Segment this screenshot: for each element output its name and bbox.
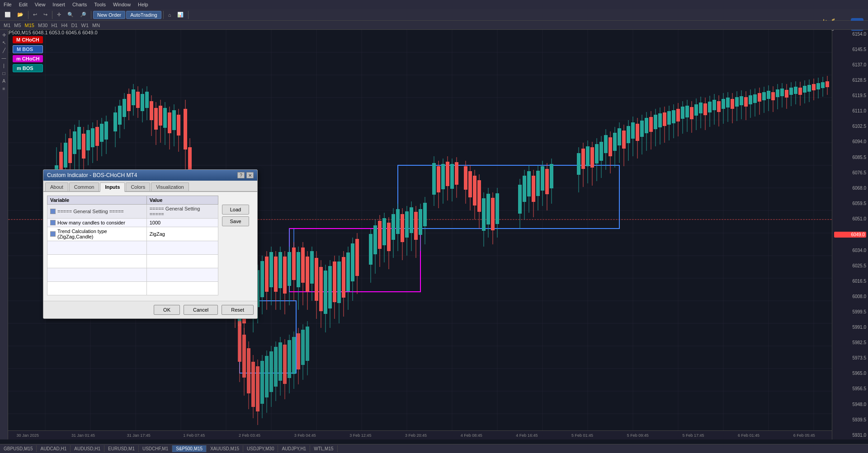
dialog-title-bar: Custom Indicator - BOS-CHoCH MT4 ? ✕ [43, 170, 257, 181]
trend-value-cell[interactable]: ZigZag [146, 227, 218, 241]
dialog-tabs: About Common Inputs Colors Visualization [43, 181, 257, 192]
load-button[interactable]: Load [222, 205, 249, 215]
content-layout: Variable Value ===== General Sett [47, 196, 254, 297]
dialog-footer: OK Cancel Reset [43, 301, 257, 318]
inputs-table: Variable Value ===== General Sett [47, 196, 218, 295]
section-variable-cell: ===== General Setting ===== [47, 205, 147, 219]
tab-common[interactable]: Common [69, 182, 99, 191]
section-value-cell: ===== General Setting ===== [146, 205, 218, 219]
table-row-empty [47, 255, 218, 268]
dialog-controls: ? ✕ [237, 172, 254, 178]
indicator-dialog: Custom Indicator - BOS-CHoCH MT4 ? ✕ Abo… [43, 169, 258, 319]
table-row: ===== General Setting ===== ===== Genera… [47, 205, 218, 219]
col-variable: Variable [47, 196, 147, 205]
candles-variable-text: How many candles to consider [57, 220, 125, 225]
table-wrap: Variable Value ===== General Sett [47, 196, 218, 297]
dialog-help-btn[interactable]: ? [237, 172, 245, 178]
candles-variable-cell: How many candles to consider [47, 219, 147, 227]
row-icon-candles [50, 220, 56, 225]
side-panel: Load Save [222, 196, 254, 297]
dialog-overlay: Custom Indicator - BOS-CHoCH MT4 ? ✕ Abo… [0, 0, 868, 453]
table-row-empty [47, 268, 218, 282]
trend-variable-cell: Trend Calculation type (ZigZag,Candle) [47, 227, 147, 241]
chart-container: File Edit View Insert Charts Tools Windo… [0, 0, 868, 453]
tab-inputs[interactable]: Inputs [100, 182, 125, 192]
col-value: Value [146, 196, 218, 205]
row-icon-trend [50, 231, 56, 237]
table-row[interactable]: How many candles to consider 1000 [47, 219, 218, 227]
tab-about[interactable]: About [45, 182, 68, 191]
dialog-title: Custom Indicator - BOS-CHoCH MT4 [47, 172, 137, 178]
trend-variable-text: Trend Calculation type (ZigZag,Candle) [57, 229, 144, 239]
tab-visualization[interactable]: Visualization [151, 182, 189, 191]
table-row-empty [47, 282, 218, 295]
section-variable-text: ===== General Setting ===== [57, 209, 124, 214]
cancel-button[interactable]: Cancel [184, 305, 218, 315]
table-row-empty [47, 241, 218, 255]
table-row[interactable]: Trend Calculation type (ZigZag,Candle) Z… [47, 227, 218, 241]
dialog-content: Variable Value ===== General Sett [43, 192, 257, 301]
ok-button[interactable]: OK [154, 305, 180, 315]
dialog-close-btn[interactable]: ✕ [246, 172, 254, 178]
candles-value-cell[interactable]: 1000 [146, 219, 218, 227]
reset-button[interactable]: Reset [222, 305, 254, 315]
row-icon-section [50, 209, 56, 214]
save-button[interactable]: Save [222, 216, 249, 226]
tab-colors[interactable]: Colors [126, 182, 150, 191]
